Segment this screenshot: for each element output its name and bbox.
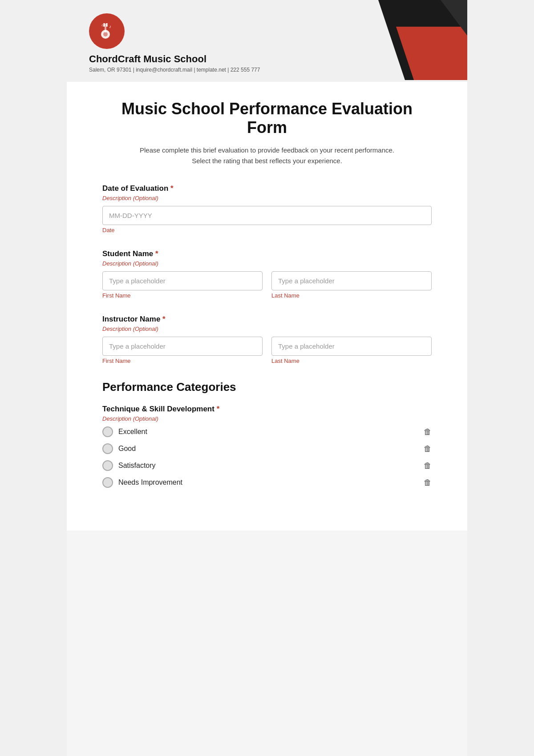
- radio-circle-needs-improvement[interactable]: [102, 477, 113, 488]
- student-last-name-hint: Last Name: [271, 292, 432, 299]
- option-satisfactory: Satisfactory 🗑: [102, 460, 432, 471]
- delete-icon-needs-improvement[interactable]: 🗑: [424, 478, 432, 487]
- student-last-name-group: Last Name: [271, 271, 432, 299]
- student-last-name-input[interactable]: [271, 271, 432, 290]
- student-name-section: Student Name * Description (Optional) Fi…: [102, 249, 432, 299]
- form-title: Music School Performance Evaluation Form: [102, 100, 432, 137]
- svg-point-8: [106, 25, 108, 27]
- radio-circle-satisfactory[interactable]: [102, 460, 113, 471]
- main-content: Music School Performance Evaluation Form…: [67, 82, 467, 531]
- option-good: Good 🗑: [102, 443, 432, 454]
- header: ♪ ♫ ChordCraft Music School Salem, OR 97…: [67, 0, 467, 82]
- delete-icon-satisfactory[interactable]: 🗑: [424, 461, 432, 470]
- instructor-name-label: Instructor Name *: [102, 315, 432, 324]
- date-hint: Date: [102, 227, 432, 233]
- school-logo: ♪ ♫: [89, 13, 125, 49]
- instructor-name-description: Description (Optional): [102, 326, 432, 332]
- student-first-name-input[interactable]: [102, 271, 263, 290]
- instructor-name-fields: First Name Last Name: [102, 337, 432, 364]
- instructor-last-name-hint: Last Name: [271, 358, 432, 364]
- option-needs-improvement: Needs Improvement 🗑: [102, 477, 432, 488]
- delete-icon-excellent[interactable]: 🗑: [424, 427, 432, 437]
- radio-label-needs-improvement: Needs Improvement: [118, 479, 182, 487]
- date-evaluation-label: Date of Evaluation *: [102, 184, 432, 193]
- svg-point-6: [106, 23, 108, 25]
- form-description: Please complete this brief evaluation to…: [102, 145, 432, 166]
- required-star-technique: *: [217, 405, 220, 413]
- radio-label-good: Good: [118, 445, 136, 453]
- instructor-last-name-input[interactable]: [271, 337, 432, 356]
- delete-icon-good[interactable]: 🗑: [424, 444, 432, 454]
- date-evaluation-section: Date of Evaluation * Description (Option…: [102, 184, 432, 233]
- instructor-last-name-group: Last Name: [271, 337, 432, 364]
- logo-area: ♪ ♫ ChordCraft Music School Salem, OR 97…: [89, 13, 445, 73]
- date-evaluation-input[interactable]: [102, 206, 432, 225]
- instructor-first-name-group: First Name: [102, 337, 263, 364]
- svg-text:♪: ♪: [109, 24, 111, 29]
- radio-circle-good[interactable]: [102, 443, 113, 454]
- option-excellent: Excellent 🗑: [102, 426, 432, 437]
- svg-point-1: [103, 32, 108, 36]
- student-name-fields: First Name Last Name: [102, 271, 432, 299]
- school-name: ChordCraft Music School: [89, 53, 445, 65]
- performance-categories-heading: Performance Categories: [102, 380, 432, 394]
- technique-skill-label: Technique & Skill Development *: [102, 405, 432, 414]
- required-star-instructor: *: [162, 315, 166, 323]
- radio-label-excellent: Excellent: [118, 428, 147, 436]
- student-first-name-hint: First Name: [102, 292, 263, 299]
- student-name-label: Student Name *: [102, 249, 432, 258]
- student-name-description: Description (Optional): [102, 260, 432, 267]
- instructor-name-section: Instructor Name * Description (Optional)…: [102, 315, 432, 364]
- required-star: *: [170, 184, 174, 193]
- technique-skill-section: Technique & Skill Development * Descript…: [102, 405, 432, 488]
- school-contact: Salem, OR 97301 | inquire@chordcraft.mai…: [89, 67, 445, 73]
- required-star-student: *: [155, 249, 158, 258]
- technique-skill-description: Description (Optional): [102, 415, 432, 422]
- radio-label-satisfactory: Satisfactory: [118, 462, 156, 470]
- instructor-first-name-hint: First Name: [102, 358, 263, 364]
- radio-circle-excellent[interactable]: [102, 426, 113, 437]
- instructor-first-name-input[interactable]: [102, 337, 263, 356]
- svg-text:♫: ♫: [101, 23, 104, 27]
- student-first-name-group: First Name: [102, 271, 263, 299]
- date-evaluation-description: Description (Optional): [102, 195, 432, 201]
